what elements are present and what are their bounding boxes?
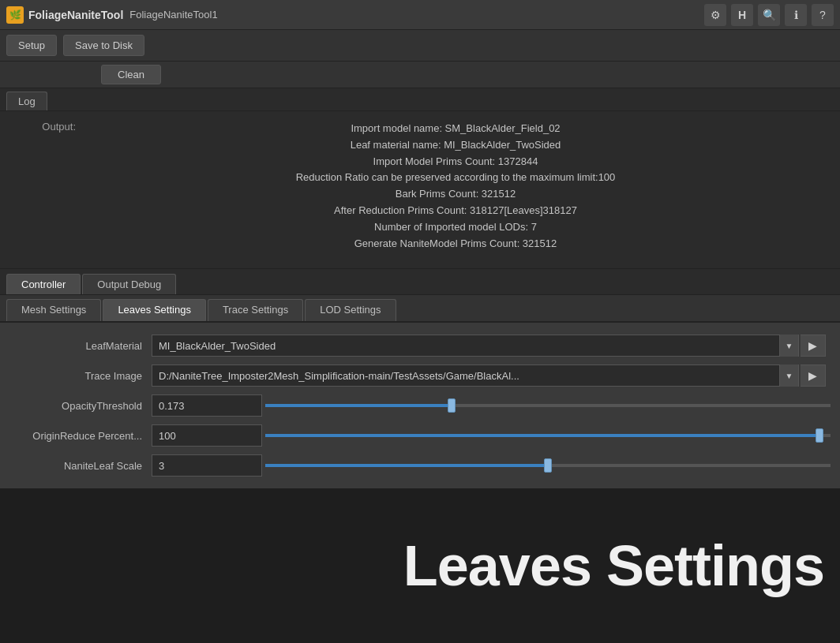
instance-name: FoliageNaniteTool1 bbox=[129, 9, 704, 21]
output-line: Generate NaniteModel Prims Count: 321512 bbox=[84, 236, 827, 252]
clean-button[interactable]: Clean bbox=[101, 65, 161, 84]
h-icon[interactable]: H bbox=[731, 4, 753, 26]
opacity-threshold-row: OpacityThreshold bbox=[0, 391, 840, 421]
settings-content: LeafMaterial MI_BlackAlder_TwoSided ▼ ▶ … bbox=[0, 323, 840, 488]
save-to-disk-button[interactable]: Save to Disk bbox=[63, 35, 144, 56]
leaf-material-arrow[interactable]: ▼ bbox=[779, 335, 798, 357]
leaves-settings-title: Leaves Settings bbox=[403, 533, 824, 598]
output-line: Number of Imported model LODs: 7 bbox=[84, 219, 827, 236]
opacity-threshold-input[interactable] bbox=[152, 394, 262, 417]
opacity-threshold-slider[interactable] bbox=[265, 404, 831, 407]
output-line: Import model name: SM_BlackAlder_Field_0… bbox=[84, 121, 827, 137]
tab-controller[interactable]: Controller bbox=[6, 274, 81, 294]
trace-image-folder-btn[interactable]: ▶ bbox=[801, 364, 826, 387]
origin-reduce-row: OriginReduce Percent... bbox=[0, 421, 840, 450]
leaf-material-folder-btn[interactable]: ▶ bbox=[801, 335, 826, 357]
log-tab-row: Log bbox=[0, 88, 840, 111]
trace-image-dropdown[interactable]: D:/NaniteTree_Imposter2Mesh_Simplificati… bbox=[152, 364, 799, 387]
output-row: Output: Import model name: SM_BlackAlder… bbox=[13, 121, 827, 252]
opacity-threshold-slider-container bbox=[152, 394, 831, 417]
origin-reduce-label: OriginReduce Percent... bbox=[9, 430, 152, 442]
clean-row: Clean bbox=[0, 62, 840, 88]
tab-mesh-settings[interactable]: Mesh Settings bbox=[6, 299, 101, 321]
tab-lod-settings[interactable]: LOD Settings bbox=[305, 299, 396, 321]
main-layout: 🌿 FoliageNaniteTool FoliageNaniteTool1 ⚙… bbox=[0, 0, 840, 643]
controller-tabs: Controller Output Debug bbox=[0, 269, 840, 295]
leaf-material-value: MI_BlackAlder_TwoSided bbox=[152, 340, 779, 352]
title-bar: 🌿 FoliageNaniteTool FoliageNaniteTool1 ⚙… bbox=[0, 0, 840, 30]
setup-button[interactable]: Setup bbox=[6, 35, 57, 56]
output-line: After Reduction Prims Count: 318127[Leav… bbox=[84, 203, 827, 219]
help-icon[interactable]: ? bbox=[812, 4, 834, 26]
opacity-threshold-label: OpacityThreshold bbox=[9, 400, 152, 412]
origin-reduce-slider[interactable] bbox=[265, 434, 831, 437]
toolbar: Setup Save to Disk bbox=[0, 30, 840, 62]
output-lines: Import model name: SM_BlackAlder_Field_0… bbox=[84, 121, 827, 252]
output-label: Output: bbox=[13, 121, 76, 252]
output-line: Reduction Ratio can be preserved accordi… bbox=[84, 170, 827, 186]
nanite-leaf-scale-slider[interactable] bbox=[265, 464, 831, 467]
origin-reduce-thumb bbox=[816, 428, 823, 443]
trace-image-label: Trace Image bbox=[9, 370, 152, 382]
opacity-threshold-fill bbox=[265, 404, 452, 407]
origin-reduce-fill bbox=[265, 434, 819, 437]
trace-image-arrow[interactable]: ▼ bbox=[779, 364, 798, 387]
nanite-leaf-scale-thumb bbox=[544, 458, 552, 473]
opacity-threshold-thumb bbox=[448, 398, 456, 413]
nanite-leaf-scale-row: NaniteLeaf Scale bbox=[0, 450, 840, 480]
nanite-leaf-scale-label: NaniteLeaf Scale bbox=[9, 460, 152, 472]
output-line: Bark Prims Count: 321512 bbox=[84, 186, 827, 203]
nanite-leaf-scale-input[interactable] bbox=[152, 454, 262, 477]
app-icon: 🌿 bbox=[6, 6, 24, 24]
leaf-material-row: LeafMaterial MI_BlackAlder_TwoSided ▼ ▶ bbox=[0, 331, 840, 361]
search-icon[interactable]: 🔍 bbox=[758, 4, 780, 26]
app-name: FoliageNaniteTool bbox=[28, 9, 123, 21]
tab-leaves-settings[interactable]: Leaves Settings bbox=[103, 299, 206, 321]
title-icons: ⚙ H 🔍 ℹ ? bbox=[704, 4, 834, 26]
log-tab[interactable]: Log bbox=[6, 92, 47, 110]
bottom-area: Leaves Settings bbox=[0, 488, 840, 643]
origin-reduce-slider-container bbox=[152, 424, 831, 447]
tab-output-debug[interactable]: Output Debug bbox=[82, 274, 176, 294]
info-icon[interactable]: ℹ bbox=[785, 4, 807, 26]
leaf-material-label: LeafMaterial bbox=[9, 340, 152, 352]
trace-image-value: D:/NaniteTree_Imposter2Mesh_Simplificati… bbox=[152, 370, 779, 382]
leaf-material-dropdown[interactable]: MI_BlackAlder_TwoSided ▼ bbox=[152, 335, 799, 357]
output-line: Import Model Prims Count: 1372844 bbox=[84, 154, 827, 170]
nanite-leaf-scale-fill bbox=[265, 464, 548, 467]
output-area: Output: Import model name: SM_BlackAlder… bbox=[0, 111, 840, 269]
nanite-leaf-scale-slider-container bbox=[152, 454, 831, 477]
trace-image-row: Trace Image D:/NaniteTree_Imposter2Mesh_… bbox=[0, 361, 840, 391]
sub-tabs: Mesh Settings Leaves Settings Trace Sett… bbox=[0, 295, 840, 323]
origin-reduce-input[interactable] bbox=[152, 424, 262, 447]
tab-trace-settings[interactable]: Trace Settings bbox=[208, 299, 303, 321]
output-line: Leaf material name: MI_BlackAlder_TwoSid… bbox=[84, 137, 827, 154]
settings-icon[interactable]: ⚙ bbox=[704, 4, 726, 26]
